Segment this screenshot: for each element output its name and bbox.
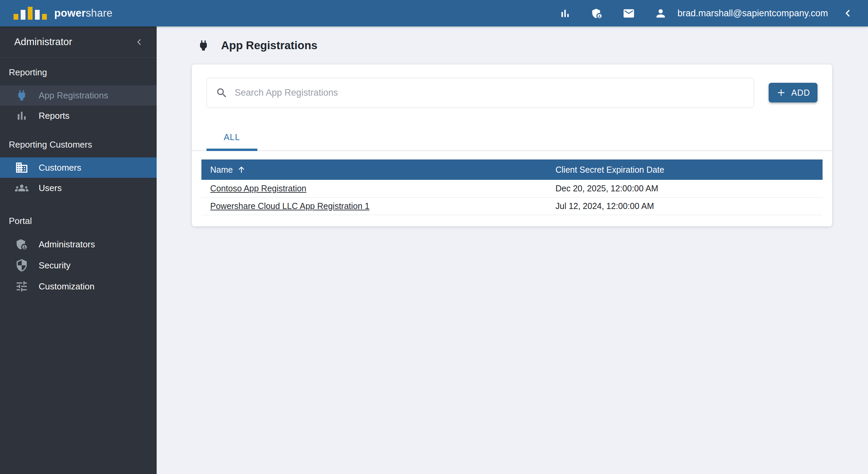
sidebar-collapse-button[interactable] [134,37,144,47]
sidebar-section-reporting: Reporting App Registrations Reports [0,58,157,126]
app-root: powershare brad.marshall@sapientcompany.… [0,0,868,474]
power-plug-icon [197,39,210,52]
tune-sliders-icon [14,279,29,293]
main-content: App Registrations ADD ALL [157,26,868,474]
app-registrations-card: ADD ALL Name Client Secr [192,64,832,226]
section-label: Reporting Customers [0,126,157,157]
sidebar-item-label: Security [39,260,71,271]
table-header-row: Name Client Secret Expiration Date [201,159,823,180]
search-icon [216,87,228,99]
admin-shield-icon [591,7,603,20]
sidebar-nav: Reporting App Registrations Reports [0,58,157,297]
sidebar-section-reporting-customers: Reporting Customers Customers Users [0,126,157,198]
column-header-expiration[interactable]: Client Secret Expiration Date [555,165,823,175]
sidebar-role-title: Administrator [14,36,72,48]
mail-button[interactable] [623,7,635,20]
bar-chart-icon [559,7,571,20]
tabs-bar: ALL [192,124,832,151]
plus-icon [776,88,786,98]
page-header: App Registrations [157,26,868,53]
topbar: powershare brad.marshall@sapientcompany.… [0,0,868,26]
sidebar-item-reports[interactable]: Reports [0,106,157,126]
tab-all[interactable]: ALL [206,124,257,150]
search-box [206,78,754,108]
sidebar-item-users[interactable]: Users [0,178,157,198]
sidebar-item-label: Customers [39,163,81,173]
building-icon [14,160,29,175]
admin-shortcut-button[interactable] [591,7,604,20]
brand-name: powershare [54,7,113,19]
sidebar-item-administrators[interactable]: Administrators [0,234,157,255]
bar-chart-icon [14,109,29,123]
page-title: App Registrations [221,39,317,52]
person-icon [654,7,667,20]
power-plug-icon [14,88,29,102]
chevron-left-icon [134,37,144,47]
sidebar-item-label: Customization [39,281,95,292]
sort-ascending-icon [237,165,246,174]
section-label: Portal [0,198,157,234]
sidebar-item-label: Users [39,183,62,193]
registration-link[interactable]: Powershare Cloud LLC App Registration 1 [210,201,370,211]
brand-logo[interactable]: powershare [14,7,113,20]
sidebar-item-customers[interactable]: Customers [0,157,157,178]
sidebar-item-app-registrations[interactable]: App Registrations [0,85,157,106]
security-shield-icon [14,258,29,272]
add-button[interactable]: ADD [769,83,817,102]
table-row[interactable]: Powershare Cloud LLC App Registration 1 … [201,197,823,215]
account-button[interactable] [654,7,667,20]
admin-shield-icon [14,237,29,251]
table-row[interactable]: Contoso App Registration Dec 20, 2025, 1… [201,180,823,197]
add-button-label: ADD [791,88,810,98]
brand-bars-icon [14,7,47,20]
search-row: ADD [192,78,832,108]
people-group-icon [14,181,29,195]
expiration-date: Jul 12, 2024, 12:00:00 AM [555,201,823,211]
sidebar-section-portal: Portal Administrators Security [0,198,157,297]
sidebar: Administrator Reporting App Registration… [0,26,157,474]
registrations-table: Name Client Secret Expiration Date Conto… [201,159,823,215]
tab-label: ALL [224,132,240,142]
registration-link[interactable]: Contoso App Registration [210,184,307,193]
column-header-name[interactable]: Name [201,165,555,175]
topbar-actions: brad.marshall@sapientcompany.com [559,7,853,20]
reports-shortcut-button[interactable] [559,7,572,20]
user-email: brad.marshall@sapientcompany.com [677,8,828,19]
sidebar-item-label: App Registrations [39,90,108,101]
sidebar-item-label: Reports [39,111,70,121]
section-label: Reporting [0,58,157,85]
column-header-label: Name [210,165,233,175]
chevron-left-icon [842,8,853,19]
sidebar-header: Administrator [0,26,157,58]
topbar-collapse-button[interactable] [842,8,853,19]
sidebar-item-security[interactable]: Security [0,255,157,276]
mail-icon [623,7,635,20]
expiration-date: Dec 20, 2025, 12:00:00 AM [555,184,823,193]
column-header-label: Client Secret Expiration Date [555,165,664,175]
sidebar-item-customization[interactable]: Customization [0,276,157,297]
sidebar-item-label: Administrators [39,239,95,250]
search-input[interactable] [234,87,745,98]
